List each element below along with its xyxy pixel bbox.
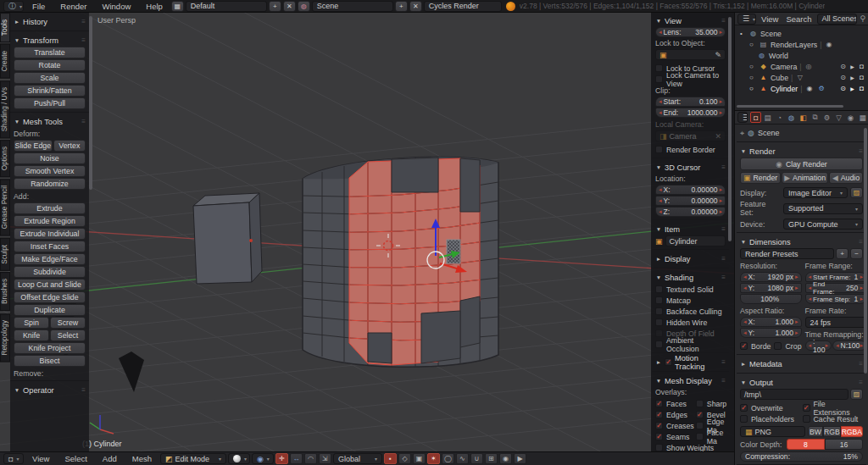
display-panel-header[interactable]: ► Display [655, 252, 726, 265]
inset-faces-button[interactable]: Inset Faces [14, 241, 86, 252]
view-panel-header[interactable]: ▼ View [655, 14, 726, 27]
outliner-display-mode-selector[interactable]: All Scenes [817, 14, 858, 25]
matcap-checkbox[interactable]: Matcap [655, 295, 726, 306]
restrict-render-icon[interactable]: ◘ [857, 74, 866, 81]
pivot-point-selector[interactable]: ◉▾ [252, 453, 274, 464]
opengl-render-animation-button[interactable]: ▶ [514, 453, 526, 464]
rgba-toggle[interactable]: RGBA [841, 426, 863, 437]
tab-object-data[interactable]: ▽ [833, 112, 844, 123]
smooth-vertex-button[interactable]: Smooth Vertex [14, 165, 86, 177]
output-path-field[interactable]: /tmp\ [740, 389, 849, 400]
overwrite-checkbox[interactable]: Overwrite [740, 402, 801, 413]
aspect-x-slider[interactable]: ◂ X: 1.000 ▸ [740, 317, 802, 327]
cursor-x-slider[interactable]: ◂ X: 0.00000 ▸ [655, 185, 726, 195]
increment-arrow-icon[interactable]: ▸ [719, 29, 722, 36]
outliner-row-cylinder[interactable]: ○ ▲ Cylinder | ◉ ⚙ ⊙ ▶ ◘ [737, 83, 866, 94]
snap-element-selector[interactable]: ⊞ [485, 453, 498, 464]
disclosure-icon[interactable]: • [737, 30, 746, 37]
tab-material[interactable]: ◉ [845, 112, 856, 123]
clear-icon[interactable]: ✕ [715, 132, 721, 141]
cursor-y-slider[interactable]: ◂ Y: 0.00000 ▸ [655, 196, 726, 206]
resolution-percentage-slider[interactable]: 100% [740, 294, 802, 304]
menu-mesh[interactable]: Mesh [125, 454, 159, 463]
delete-scene-button[interactable]: ✕ [409, 1, 422, 12]
editor-type-button[interactable]: ◘▾ [3, 453, 24, 464]
tab-create[interactable]: Create [0, 44, 10, 79]
snap-magnet-button[interactable]: ∪ [470, 453, 483, 464]
scale-manipulator-icon[interactable]: ⇲ [319, 453, 331, 464]
placeholders-checkbox[interactable]: Placeholders [740, 413, 801, 424]
scale-button[interactable]: Scale [14, 72, 86, 84]
seams-checkbox[interactable]: Seams [655, 431, 694, 442]
slide-edge-button[interactable]: Slide Edge [14, 140, 53, 152]
dimensions-panel-header[interactable]: ▼ Dimensions [740, 235, 863, 248]
spin-button[interactable]: Spin [14, 317, 49, 329]
display-selector[interactable]: Image Editor▾ [783, 187, 848, 198]
increment-arrow-icon[interactable]: ▸ [860, 285, 863, 291]
restrict-select-icon[interactable]: ▶ [848, 75, 857, 80]
lens-slider[interactable]: ◂ Lens: 35.000 ▸ [655, 27, 726, 37]
vertex-slide-button[interactable]: Vertex [53, 140, 86, 152]
motion-tracking-checkbox[interactable] [665, 358, 672, 366]
frame-rate-selector[interactable]: 24 fps [805, 317, 866, 328]
frame-step-slider[interactable]: ◂ Frame Step: 1 ▸ [805, 294, 866, 304]
render-animation-button[interactable]: ▶ Animation [782, 172, 828, 184]
render-border-checkbox[interactable]: Render Border [655, 144, 726, 155]
rotate-manipulator-icon[interactable]: ◠ [304, 453, 317, 464]
resolution-x-slider[interactable]: ◂ X: 1920 px ▸ [740, 272, 802, 282]
disclosure-icon[interactable]: ○ [747, 63, 756, 70]
hide-eye-icon[interactable]: ⊙ [838, 74, 848, 81]
ambient-occlusion-checkbox[interactable]: Ambient Occlusion [655, 339, 726, 350]
extrude-menu-button[interactable]: Extrude [14, 202, 86, 214]
operator-panel-header[interactable]: ▼ Operator [14, 384, 86, 396]
restrict-select-icon[interactable]: ▶ [848, 64, 857, 69]
tab-modifiers[interactable]: ⚙ [821, 112, 832, 123]
menu-add[interactable]: Add [96, 454, 124, 463]
bw-toggle[interactable]: BW [808, 426, 823, 437]
increment-arrow-icon[interactable]: ▸ [719, 186, 722, 193]
clip-end-slider[interactable]: ◂ End: 1000.000 ▸ [655, 108, 726, 118]
extrude-region-button[interactable]: Extrude Region [14, 215, 86, 227]
offset-edge-slide-button[interactable]: Offset Edge Slide [14, 291, 86, 303]
pin-icon[interactable]: ⌖ [740, 129, 744, 138]
mesh-display-panel-header[interactable]: ▼ Mesh Display [655, 374, 726, 387]
depth-16-toggle[interactable]: 16 [825, 439, 863, 450]
limit-selection-visible-button[interactable]: ✶ [427, 453, 440, 464]
cylinder-object[interactable] [303, 157, 498, 368]
3d-cursor-panel-header[interactable]: ▼ 3D Cursor [655, 161, 726, 174]
shrink-fatten-button[interactable]: Shrink/Fatten [14, 85, 86, 97]
menu-view[interactable]: View [25, 454, 56, 463]
extrude-individual-button[interactable]: Extrude Individual [14, 228, 86, 240]
crop-checkbox[interactable]: Crop [774, 340, 801, 352]
creases-checkbox[interactable]: Creases [655, 420, 694, 431]
npanel-scrollbar[interactable] [728, 17, 732, 241]
increment-arrow-icon[interactable]: ▸ [860, 274, 863, 280]
opengl-render-still-button[interactable]: ◉ [499, 453, 512, 464]
render-audio-button[interactable]: ◀ Audio [829, 172, 863, 184]
tab-retopology[interactable]: Retopology [0, 313, 10, 362]
eyedropper-icon[interactable]: ✎ [715, 51, 721, 59]
increment-arrow-icon[interactable]: ▸ [719, 197, 722, 204]
outliner-row-camera[interactable]: ○ ◆ Camera | ◎ ⊙ ▶ ◘ [737, 61, 866, 72]
vertex-select-mode-button[interactable]: ▪ [384, 453, 397, 464]
face-marks-checkbox[interactable]: Face Ma [696, 431, 726, 442]
cache-result-checkbox[interactable]: Cache Result [803, 413, 864, 424]
tab-shading-uvs[interactable]: Shading / UVs [0, 80, 10, 138]
tab-brushes[interactable]: Brushes [0, 272, 10, 311]
increment-arrow-icon[interactable]: ▸ [860, 342, 863, 349]
noise-button[interactable]: Noise [14, 152, 86, 164]
item-name-field[interactable]: Cylinder [665, 235, 726, 246]
tab-tools[interactable]: Tools [0, 13, 10, 42]
render-engine-selector[interactable]: Cycles Render [424, 1, 502, 12]
aspect-y-slider[interactable]: ◂ Y: 1.000 ▸ [740, 328, 802, 338]
menu-file[interactable]: File [25, 2, 52, 11]
increment-arrow-icon[interactable]: ▸ [795, 274, 798, 280]
add-preset-button[interactable]: + [836, 248, 849, 259]
menu-help[interactable]: Help [139, 2, 170, 11]
end-frame-slider[interactable]: ◂ End Frame: 250 ▸ [805, 283, 866, 293]
item-panel-header[interactable]: ▼ Item [655, 223, 726, 235]
properties-scrollbar[interactable] [864, 128, 867, 374]
output-panel-header[interactable]: ▼ Output [740, 376, 863, 389]
duplicate-button[interactable]: Duplicate [14, 304, 86, 316]
editor-type-button[interactable]: ☰▾ [737, 14, 756, 25]
